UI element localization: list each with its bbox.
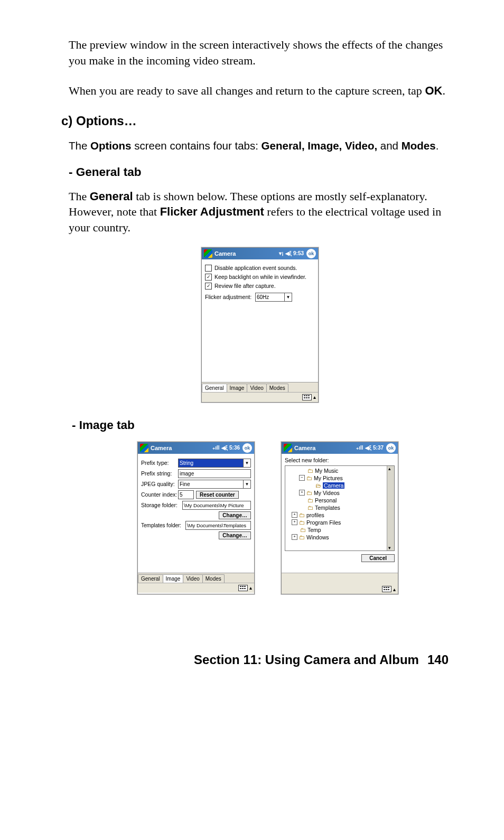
templates-folder-input[interactable]: \My Documents\Templates (185, 521, 251, 530)
bold: Flicker Adjustment (160, 205, 264, 218)
prefix-string-label: Prefix string: (141, 470, 178, 477)
clock: 5:37 (373, 445, 384, 451)
keyboard-icon[interactable] (238, 585, 248, 591)
keyboard-icon[interactable] (302, 394, 312, 400)
ok-button[interactable]: ok (386, 443, 396, 453)
paragraph-preview: The preview window in the screen interac… (69, 37, 451, 68)
keyboard-icon[interactable] (382, 586, 391, 592)
cb-label: Keep backlight on while in viewfinder. (214, 274, 306, 280)
window-title: Camera (151, 445, 172, 451)
tab-modes[interactable]: Modes (266, 384, 288, 392)
start-icon[interactable] (140, 444, 148, 452)
counter-index-input[interactable]: 5 (178, 490, 194, 499)
expand-icon[interactable]: + (299, 490, 305, 496)
change-storage-button[interactable]: Change… (219, 511, 251, 519)
cb-label: Disable application event sounds. (214, 265, 297, 271)
bold: General (90, 190, 133, 203)
tab-general[interactable]: General (202, 384, 227, 392)
page-footer: Section 11: Using Camera and Album 140 (69, 652, 451, 667)
jpeg-quality-select[interactable]: Fine (178, 480, 244, 489)
text: screen contains four tabs: (131, 139, 261, 152)
folder-icon: 🗀 (299, 519, 305, 526)
bold: Modes (402, 139, 436, 152)
paragraph-general: The General tab is shown below. These op… (69, 189, 451, 236)
sip-up-icon[interactable]: ▴ (313, 394, 316, 400)
start-icon[interactable] (204, 249, 212, 258)
text: and (377, 139, 402, 152)
tree-item[interactable]: Templates (315, 505, 340, 511)
tab-video[interactable]: Video (183, 574, 202, 583)
screenshot-image-tab: Camera ₊ıll ◀ξ 5:36 ok Prefix type: Stri… (137, 442, 255, 594)
folder-icon: 🗀 (306, 490, 312, 496)
cb-label: Review file after capture. (214, 283, 276, 289)
tree-item[interactable]: My Pictures (314, 475, 343, 481)
tab-video[interactable]: Video (247, 384, 266, 392)
ok-button[interactable]: ok (242, 443, 252, 453)
clock: 9:53 (293, 250, 304, 256)
titlebar: Camera ₊ıll ◀ξ 5:36 ok (138, 442, 254, 454)
sip-up-icon[interactable]: ▴ (393, 586, 396, 592)
text: . (436, 139, 439, 152)
speaker-icon: ◀ξ (221, 445, 228, 451)
checkbox-disable-sounds[interactable] (205, 265, 212, 272)
ok-button[interactable]: ok (306, 249, 316, 258)
chevron-down-icon[interactable]: ▼ (244, 480, 251, 489)
start-icon[interactable] (284, 444, 292, 452)
tab-modes[interactable]: Modes (202, 574, 225, 583)
checkbox-backlight[interactable]: ✓ (205, 274, 212, 281)
tab-bar: General Image Video Modes (202, 382, 318, 392)
collapse-icon[interactable]: − (299, 475, 305, 481)
expand-icon[interactable]: + (292, 512, 297, 518)
expand-icon[interactable]: + (292, 519, 297, 525)
change-templates-button[interactable]: Change… (219, 531, 251, 539)
storage-folder-label: Storage folder: (141, 502, 182, 508)
prefix-type-select[interactable]: String (178, 459, 244, 468)
tree-item[interactable]: Windows (306, 534, 329, 540)
footer-section: Section 11: Using Camera and Album (194, 652, 419, 667)
reset-counter-button[interactable]: Reset counter (196, 491, 239, 499)
signal-icon: ₊ıll (356, 445, 363, 451)
screenshot-general-tab: Camera ▾¡ ◀ξ 9:53 ok Disable application… (201, 247, 319, 403)
chevron-down-icon[interactable]: ▼ (285, 293, 292, 302)
subheading-general: - General tab (69, 165, 451, 179)
tree-item[interactable]: Temp (307, 527, 321, 533)
sip-up-icon[interactable]: ▴ (249, 585, 252, 591)
footer-page-number: 140 (427, 652, 449, 667)
tab-image[interactable]: Image (227, 384, 248, 392)
chevron-down-icon[interactable]: ▼ (244, 459, 251, 468)
folder-icon: 🗀 (299, 512, 305, 518)
folder-icon: 🗀 (299, 534, 305, 540)
text: The (69, 139, 90, 152)
cancel-button[interactable]: Cancel (361, 554, 395, 562)
subheading-image: - Image tab (72, 418, 451, 432)
heading-options: c) Options… (61, 114, 451, 128)
window-title: Camera (294, 445, 315, 451)
folder-icon: 🗀 (307, 497, 313, 503)
prefix-string-input[interactable]: image (178, 469, 251, 478)
speaker-icon: ◀ξ (365, 445, 371, 451)
tree-item[interactable]: My Videos (314, 490, 340, 496)
screenshot-folder-picker: Camera ₊ıll ◀ξ 5:37 ok Select new folder… (281, 442, 398, 594)
tree-item[interactable]: My Music (315, 468, 338, 474)
ok-label: OK (425, 84, 442, 97)
tree-item[interactable]: profiles (306, 512, 324, 518)
tab-bar: General Image Video Modes (138, 573, 254, 583)
scrollbar[interactable] (387, 466, 394, 550)
folder-icon: 🗀 (307, 505, 313, 511)
storage-folder-input[interactable]: \My Documents\My Picture (182, 501, 251, 510)
flicker-label: Flicker adjustment: (205, 294, 255, 300)
folder-tree[interactable]: 🗀My Music −🗀My Pictures 🗁Camera +🗀My Vid… (285, 465, 395, 551)
tree-item[interactable]: Personal (315, 497, 337, 503)
text: . (442, 84, 445, 97)
text: When you are ready to save all changes a… (69, 84, 425, 97)
checkbox-review[interactable]: ✓ (205, 283, 212, 290)
folder-icon: 🗀 (300, 527, 306, 533)
tab-image[interactable]: Image (163, 574, 184, 583)
tree-item-selected[interactable]: Camera (323, 482, 344, 489)
tree-item[interactable]: Program Files (306, 519, 341, 526)
expand-icon[interactable]: + (292, 534, 297, 540)
flicker-select[interactable]: 60Hz (255, 293, 285, 302)
templates-folder-label: Templates folder: (141, 522, 185, 528)
tab-general[interactable]: General (138, 574, 163, 583)
text: The (69, 190, 90, 203)
